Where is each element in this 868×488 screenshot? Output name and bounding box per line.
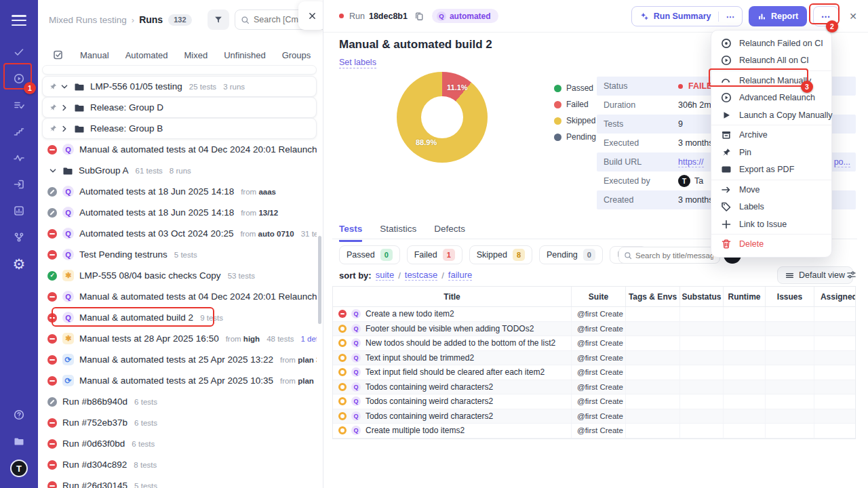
run-row[interactable]: QManual & automated tests at 04 Dec 2024…: [42, 139, 317, 160]
build-url-link[interactable]: https://: [678, 157, 704, 167]
filter-chip-failed[interactable]: Failed1: [407, 245, 462, 264]
run-row[interactable]: QAutomated tests at 18 Jun 2025 14:18fro…: [42, 181, 317, 202]
menu-item-relaunch-manually[interactable]: Relaunch Manually: [711, 72, 831, 89]
sidebar-item-settings[interactable]: ⚙: [0, 251, 38, 277]
column-header-assigned-to[interactable]: Assigned To: [814, 287, 856, 306]
build-url-link-end[interactable]: po...: [834, 157, 850, 167]
run-row[interactable]: ✱LMP-555 08/04 basic checks Copy53 tests: [42, 265, 317, 286]
sidebar-item-analytics[interactable]: [0, 198, 38, 224]
sidebar-item-projects[interactable]: [0, 428, 38, 454]
view-selector-button[interactable]: Default view: [777, 266, 853, 284]
detail-close-button[interactable]: ✕: [849, 11, 857, 22]
filter-button[interactable]: [208, 9, 229, 30]
test-row[interactable]: QCreate multiple todo items2@first Creat…: [333, 424, 855, 439]
menu-item-pin[interactable]: Pin: [711, 144, 831, 161]
run-row[interactable]: QTest Pending testruns5 tests: [42, 244, 317, 265]
column-header-tags-envs[interactable]: Tags & Envs: [626, 287, 680, 306]
run-row[interactable]: QAutomated tests at 18 Jun 2025 14:18fro…: [42, 202, 317, 223]
run-row[interactable]: ✱Manual tests at 28 Apr 2025 16:50from h…: [42, 328, 317, 349]
test-row[interactable]: QTodos containing weird characters2@firs…: [333, 380, 855, 395]
set-labels-link[interactable]: Set labels: [339, 58, 376, 68]
select-runs-icon[interactable]: [53, 49, 64, 60]
test-row[interactable]: QNew todos should be added to the bottom…: [333, 336, 855, 351]
run-row[interactable]: QManual & automated build 29 tests: [42, 307, 317, 328]
run-row[interactable]: QManual & automated tests at 04 Dec 2024…: [42, 286, 317, 307]
sidebar-item-runs[interactable]: [0, 66, 38, 92]
user-avatar[interactable]: T: [10, 460, 28, 477]
column-header-issues[interactable]: Issues: [766, 287, 814, 306]
automated-tag-chip[interactable]: Qautomated: [432, 9, 498, 23]
runs-tab-manual[interactable]: Manual: [80, 50, 109, 60]
empty-cell: [814, 409, 856, 424]
report-button[interactable]: Report: [749, 6, 807, 26]
menu-item-delete[interactable]: Delete: [711, 236, 831, 253]
run-defects-count[interactable]: 1 defects: [300, 335, 317, 343]
more-actions-button[interactable]: ⋯: [813, 6, 839, 26]
test-row[interactable]: QText input field should be cleared afte…: [333, 365, 855, 380]
sidebar-item-help[interactable]: [0, 402, 38, 428]
menu-item-archive[interactable]: Archive: [711, 127, 831, 144]
runs-tab-groups[interactable]: Groups: [282, 50, 311, 60]
column-header-suite[interactable]: Suite: [572, 287, 626, 306]
menu-item-advanced-relaunch[interactable]: Advanced Relaunch: [711, 89, 831, 107]
menu-item-launch-a-copy-manually[interactable]: Launch a Copy Manually: [711, 106, 831, 124]
test-row[interactable]: QFooter should be visible when adding TO…: [333, 322, 855, 337]
run-row[interactable]: Run #752eb37b6 tests: [42, 412, 317, 433]
menu-item-labels[interactable]: Labels: [711, 199, 831, 216]
run-row[interactable]: ⟳Manual & automated tests at 25 Apr 2025…: [42, 349, 317, 370]
test-row[interactable]: QText input should be trimmed2@first Cre…: [333, 351, 855, 366]
chevron-right-icon[interactable]: [59, 123, 70, 134]
column-header-substatus[interactable]: Substatus: [680, 287, 724, 306]
sidebar-item-steps[interactable]: [0, 119, 38, 144]
column-header-title[interactable]: Title: [333, 287, 572, 306]
folder-row[interactable]: SubGroup A61 tests8 runs: [42, 160, 317, 181]
chevron-down-icon[interactable]: [59, 81, 70, 92]
executor-avatar[interactable]: T: [678, 175, 690, 187]
hamburger-menu-icon[interactable]: [12, 15, 26, 28]
copy-icon[interactable]: [414, 12, 424, 21]
test-row[interactable]: QTodos containing weird characters2@firs…: [333, 394, 855, 409]
sidebar-item-test-plans[interactable]: [0, 92, 38, 118]
sort-link-failure[interactable]: failure: [448, 270, 472, 281]
filter-chip-passed[interactable]: Passed0: [339, 245, 400, 264]
menu-item-move[interactable]: Move: [711, 181, 831, 199]
run-summary-button[interactable]: Run Summary ⋯: [631, 6, 743, 26]
sidebar-item-branch[interactable]: [0, 224, 38, 250]
sidebar-item-check[interactable]: [0, 39, 38, 65]
run-row[interactable]: QAutomated tests at 03 Oct 2024 20:25fro…: [42, 223, 317, 244]
chevron-right-icon[interactable]: [59, 102, 70, 113]
sort-link-suite[interactable]: suite: [376, 270, 394, 281]
runs-panel-close-button[interactable]: [298, 1, 323, 30]
test-row[interactable]: QTodos containing weird characters2@firs…: [333, 409, 855, 424]
menu-item-relaunch-all-on-ci[interactable]: Relaunch All on CI: [711, 52, 831, 70]
folder-row[interactable]: Release: Group D: [42, 97, 317, 118]
sort-link-testcase[interactable]: testcase: [405, 270, 437, 281]
tests-search-input[interactable]: [635, 251, 713, 260]
chevron-down-icon[interactable]: [47, 165, 58, 176]
menu-item-export-as-pdf[interactable]: PDFExport as PDF: [711, 161, 831, 179]
menu-item-link-to-issue[interactable]: Link to Issue: [711, 216, 831, 233]
column-header-runtime[interactable]: Runtime: [724, 287, 766, 306]
folder-row[interactable]: LMP-556 01/05 testing25 tests3 runs: [42, 76, 317, 97]
runs-tab-automated[interactable]: Automated: [125, 50, 168, 60]
runs-tab-mixed[interactable]: Mixed: [184, 50, 208, 60]
column-settings-icon[interactable]: [846, 270, 856, 280]
filter-chip-pending[interactable]: Pending0: [539, 245, 603, 264]
sidebar-item-pulse[interactable]: [0, 145, 38, 171]
run-row[interactable]: Run #d304c8928 tests: [42, 454, 317, 475]
run-summary-more-button[interactable]: ⋯: [718, 12, 742, 22]
runs-tab-unfinished[interactable]: Unfinished: [224, 50, 265, 60]
tests-search[interactable]: [618, 247, 720, 264]
sidebar-item-import[interactable]: [0, 171, 38, 197]
run-row[interactable]: ⟳Manual & automated tests at 25 Apr 2025…: [42, 370, 317, 391]
run-row[interactable]: Run #0d63f0bd6 tests: [42, 433, 317, 454]
menu-item-relaunch-failed-on-ci[interactable]: Relaunch Failed on CI: [711, 35, 831, 52]
run-row[interactable]: Run #26d301455 tests: [42, 475, 317, 488]
breadcrumb-project[interactable]: Mixed Runs testing: [49, 15, 127, 25]
test-row[interactable]: QCreate a new todo item2@first Create ..…: [333, 307, 855, 322]
folder-row[interactable]: Release: Group B: [42, 118, 317, 139]
filter-chip-skipped[interactable]: Skipped8: [469, 245, 532, 264]
run-row[interactable]: Run #b86b940d6 tests: [42, 391, 317, 412]
runs-scrollbar[interactable]: [318, 236, 321, 324]
breadcrumb-page[interactable]: Runs: [139, 14, 163, 25]
